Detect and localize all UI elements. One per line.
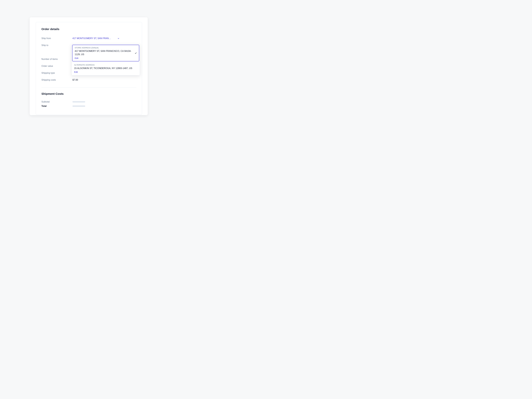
section-divider: [41, 88, 136, 88]
chevron-down-icon: [117, 37, 120, 39]
ship-to-option-store-address[interactable]: STORE ADDRESS (Default) 417 MONTGOMERY S…: [72, 45, 139, 61]
row-ship-from: Ship from 417 MONTGOMERY ST, SAN FRAN…: [41, 35, 136, 42]
ship-to-option-alternate-address[interactable]: ALTERNATE ADDRESS 15 ALGONKIN ST, TICOND…: [72, 62, 140, 75]
option-title: ALTERNATE ADDRESS: [74, 64, 133, 66]
option-address: 15 ALGONKIN ST, TICONDEROGA, NY 12883-14…: [74, 67, 133, 70]
shipping-costs-label: Shipping costs: [41, 79, 72, 81]
edit-address-link[interactable]: Edit: [75, 57, 78, 59]
shipping-type-label: Shipping type: [41, 72, 72, 74]
option-address: 417 MONTGOMERY ST, SAN FRANCISCO, CA 941…: [75, 50, 133, 56]
ship-from-select[interactable]: 417 MONTGOMERY ST, SAN FRAN…: [72, 37, 120, 40]
row-shipping-costs: Shipping costs $7.00: [41, 76, 136, 83]
option-title: STORE ADDRESS (Default): [75, 47, 133, 49]
ship-from-label: Ship from: [41, 37, 72, 40]
number-of-items-label: Number of items: [41, 58, 72, 60]
edit-address-link[interactable]: Edit: [74, 71, 78, 73]
subtotal-label: Subtotal: [41, 101, 72, 103]
row-subtotal: Subtotal: [41, 100, 136, 104]
order-details-title: Order details: [41, 27, 136, 31]
row-total: Total: [41, 104, 136, 108]
ship-to-label: Ship to: [41, 44, 72, 47]
shipping-costs-value: $7.00: [72, 79, 136, 81]
ship-from-selected-text: 417 MONTGOMERY ST, SAN FRAN…: [72, 37, 111, 40]
order-value-label: Order value: [41, 65, 72, 67]
subtotal-placeholder: [72, 101, 85, 102]
total-label: Total: [41, 105, 72, 107]
total-placeholder: [72, 105, 85, 107]
ship-to-dropdown[interactable]: STORE ADDRESS (Default) 417 MONTGOMERY S…: [71, 44, 140, 75]
check-icon: [134, 52, 137, 54]
shipment-costs-title: Shipment Costs: [41, 92, 136, 95]
